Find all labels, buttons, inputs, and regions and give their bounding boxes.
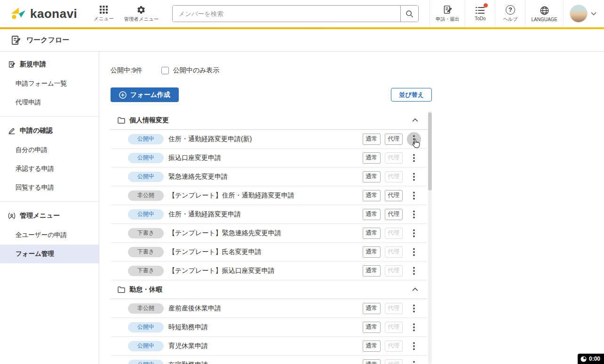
logo-text: kaonavi <box>30 7 77 21</box>
header-right-nav: 申請・届出 ToDo ヘルプ LANGUAGE <box>429 0 604 27</box>
chevron-down-icon <box>591 12 596 16</box>
normal-mode-button[interactable]: 通常 <box>363 228 381 239</box>
row-menu-button[interactable] <box>407 207 421 222</box>
form-row: 公開中時短勤務申請通常代理 <box>111 318 427 337</box>
normal-mode-button[interactable]: 通常 <box>363 171 381 182</box>
published-only-label[interactable]: 公開中のみ表示 <box>173 66 220 75</box>
nav-application-label: 申請・届出 <box>436 16 459 23</box>
group-header: 個人情報変更 <box>111 111 427 130</box>
workflow-icon <box>10 35 21 46</box>
proxy-mode-button[interactable]: 代理 <box>385 134 403 145</box>
avatar <box>570 5 588 23</box>
row-menu-button[interactable] <box>407 320 421 334</box>
form-title: 育児休業申請 <box>168 342 363 350</box>
scrollbar-thumb[interactable] <box>428 112 432 190</box>
form-title: 【テンプレート】住所・通勤経路変更申請 <box>168 191 363 200</box>
proxy-mode-button[interactable]: 代理 <box>385 190 403 201</box>
menu-button-label: メニュー <box>94 16 114 22</box>
status-badge: 公開中 <box>128 322 164 332</box>
form-title: 【テンプレート】振込口座変更申請 <box>168 267 363 275</box>
normal-mode-button[interactable]: 通常 <box>363 190 381 201</box>
app-header: kaonavi メニュー 管理者メニュー 申請・ <box>0 0 604 27</box>
sidebar-item[interactable]: 申請フォーム一覧 <box>0 74 99 93</box>
kebab-icon <box>413 304 415 313</box>
chevron-up-icon[interactable] <box>412 118 418 122</box>
row-menu-button[interactable] <box>407 301 421 316</box>
admin-menu-label: 管理者メニュー <box>124 16 159 23</box>
form-title: 在宅勤務申請 <box>168 361 363 364</box>
form-row: 公開中在宅勤務申請通常代理 <box>111 356 427 364</box>
sidebar-item[interactable]: 承認する申請 <box>0 159 99 178</box>
kebab-icon <box>413 191 415 200</box>
globe-icon <box>540 6 549 16</box>
user-account-menu[interactable] <box>564 0 604 27</box>
sidebar-item[interactable]: 自分の申請 <box>0 141 99 159</box>
search-input[interactable] <box>173 6 400 22</box>
kaonavi-logo[interactable]: kaonavi <box>9 6 77 21</box>
proxy-mode-button[interactable]: 代理 <box>385 265 403 277</box>
row-menu-button[interactable] <box>407 170 421 184</box>
search-button[interactable] <box>400 6 418 22</box>
published-only-checkbox[interactable] <box>161 67 169 74</box>
chevron-up-icon[interactable] <box>412 287 418 292</box>
nav-language-button[interactable]: LANGUAGE <box>525 0 564 27</box>
form-title: 【テンプレート】氏名変更申請 <box>168 248 363 256</box>
proxy-mode-button[interactable]: 代理 <box>385 303 403 314</box>
nav-application-button[interactable]: 申請・届出 <box>429 0 465 27</box>
row-menu-button[interactable] <box>407 132 421 146</box>
form-row: 非公開産前産後休業申請通常代理 <box>111 299 427 318</box>
status-badge: 公開中 <box>128 134 164 144</box>
proxy-mode-button[interactable]: 代理 <box>385 152 403 164</box>
proxy-mode-button[interactable]: 代理 <box>385 246 403 258</box>
normal-mode-button[interactable]: 通常 <box>363 246 381 258</box>
todo-icon <box>475 6 485 15</box>
form-title: 【テンプレート】緊急連絡先変更申請 <box>168 229 363 237</box>
kebab-icon <box>413 361 415 364</box>
status-badge: 非公開 <box>128 190 164 201</box>
sidebar-item[interactable]: 回覧する申請 <box>0 178 99 197</box>
menu-button[interactable]: メニュー <box>85 5 122 22</box>
create-form-button[interactable]: フォーム作成 <box>111 87 179 102</box>
nav-help-button[interactable]: ヘルプ <box>495 0 525 27</box>
row-menu-button[interactable] <box>407 189 421 203</box>
row-menu-button[interactable] <box>407 151 421 165</box>
normal-mode-button[interactable]: 通常 <box>363 134 381 145</box>
nav-todo-button[interactable]: ToDo <box>465 0 495 27</box>
form-title: 緊急連絡先変更申請 <box>168 173 363 181</box>
folder-icon <box>118 117 125 124</box>
row-menu-button[interactable] <box>407 358 421 364</box>
proxy-mode-button[interactable]: 代理 <box>385 359 403 364</box>
normal-mode-button[interactable]: 通常 <box>363 340 381 352</box>
sidebar-section-title: 新規申請 <box>20 60 46 69</box>
kebab-icon <box>413 135 415 143</box>
form-title: 住所・通勤経路変更申請(新) <box>168 135 363 143</box>
proxy-mode-button[interactable]: 代理 <box>385 340 403 352</box>
sidebar-item[interactable]: フォーム管理 <box>0 245 99 263</box>
scrollbar[interactable] <box>428 111 432 364</box>
normal-mode-button[interactable]: 通常 <box>363 303 381 314</box>
row-menu-button[interactable] <box>407 245 421 259</box>
clock-icon <box>580 356 587 362</box>
proxy-mode-button[interactable]: 代理 <box>385 171 403 182</box>
form-list: 個人情報変更公開中住所・通勤経路変更申請(新)通常代理公開中振込口座変更申請通常… <box>111 111 432 364</box>
kebab-icon <box>413 210 415 219</box>
sort-button[interactable]: 並び替え <box>391 88 432 102</box>
normal-mode-button[interactable]: 通常 <box>363 265 381 277</box>
normal-mode-button[interactable]: 通常 <box>363 322 381 333</box>
normal-mode-button[interactable]: 通常 <box>363 152 381 164</box>
proxy-mode-button[interactable]: 代理 <box>385 228 403 239</box>
form-row: 非公開【テンプレート】住所・通勤経路変更申請通常代理 <box>111 186 427 205</box>
sidebar-item[interactable]: 代理申請 <box>0 93 99 112</box>
form-row: 下書き【テンプレート】氏名変更申請通常代理 <box>111 243 427 261</box>
row-menu-button[interactable] <box>407 264 421 278</box>
row-menu-button[interactable] <box>407 339 421 353</box>
proxy-mode-button[interactable]: 代理 <box>385 209 403 220</box>
sidebar-item[interactable]: 全ユーザーの申請 <box>0 226 99 245</box>
kebab-icon <box>413 248 415 256</box>
row-menu-button[interactable] <box>407 226 421 240</box>
admin-icon <box>8 212 16 220</box>
normal-mode-button[interactable]: 通常 <box>363 209 381 220</box>
proxy-mode-button[interactable]: 代理 <box>385 322 403 333</box>
admin-menu-button[interactable]: 管理者メニュー <box>122 5 160 23</box>
normal-mode-button[interactable]: 通常 <box>363 359 381 364</box>
